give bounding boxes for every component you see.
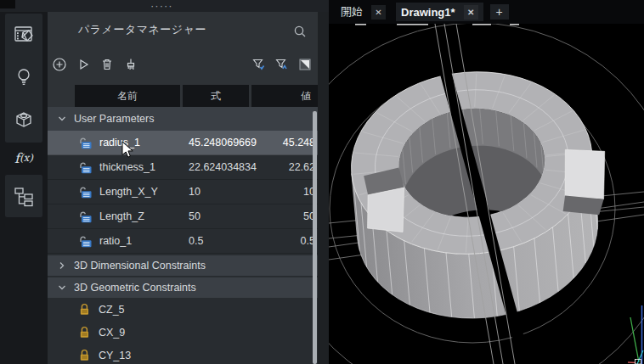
hierarchy-tree-icon[interactable]: [5, 175, 42, 217]
panel-edge: [318, 0, 329, 364]
panel-title: パラメータマネージャー: [78, 22, 206, 37]
cut-face-right: [561, 146, 608, 202]
clipped-edge-dash: [355, 24, 366, 25]
add-parameter-icon[interactable]: [52, 57, 67, 72]
parameter-manager-panel: パラメータマネージャー: [48, 0, 318, 364]
cut-face-left: [364, 188, 408, 235]
parameter-icon: [78, 161, 93, 174]
group-header-user-parameters[interactable]: User Parameters: [48, 107, 318, 131]
drawing-area: 開始 ✕ Drawing1* ✕ +: [329, 0, 644, 364]
lock-icon: [78, 303, 91, 316]
filter-values-icon[interactable]: [251, 57, 267, 72]
lightbulb-hint-icon[interactable]: [5, 56, 42, 98]
palette-group-tile: [5, 14, 42, 143]
table-row[interactable]: CY_13: [48, 344, 318, 364]
palette-sidebar: f(x): [0, 0, 48, 364]
parameter-icon: [78, 186, 93, 199]
group-header-3d-dimensional-constraints[interactable]: 3D Dimensional Constraints: [48, 255, 318, 276]
table-row[interactable]: CX_9: [48, 321, 318, 344]
close-icon[interactable]: ✕: [464, 5, 478, 20]
table-row[interactable]: ratio_1 0.5 0.5: [48, 229, 318, 254]
tab-開始[interactable]: 開始 ✕: [336, 3, 391, 21]
table-row[interactable]: radius_1 45.248069669 45.248: [48, 131, 318, 155]
parameter-table: User Parameters radius_1 45.248069669 45…: [48, 107, 318, 364]
lock-icon: [78, 326, 91, 339]
3d-viewport[interactable]: [329, 24, 644, 364]
delete-icon[interactable]: [99, 57, 115, 72]
block-3d-icon[interactable]: [5, 98, 42, 141]
palette-grip-dots[interactable]: ·····: [150, 0, 173, 12]
new-tab-button[interactable]: +: [490, 4, 509, 20]
clipped-edge-dash: [472, 24, 491, 25]
table-row[interactable]: Length_X_Y 10 10: [48, 180, 318, 204]
palette-group-tile-2: [5, 175, 42, 217]
table-header: 名前 式 値: [48, 85, 318, 107]
app-window: f(x) パラメータマネージャー: [0, 0, 644, 364]
chevron-down-icon[interactable]: [58, 115, 66, 123]
cleanup-brush-icon[interactable]: [123, 57, 138, 72]
file-tab-bar: 開始 ✕ Drawing1* ✕ +: [329, 0, 644, 24]
column-header-value[interactable]: 値: [251, 85, 318, 107]
invert-filter-icon[interactable]: [297, 57, 313, 72]
search-icon[interactable]: [292, 24, 308, 39]
chevron-right-icon[interactable]: [58, 261, 66, 270]
parameter-icon: [78, 137, 93, 149]
filter-expressions-icon[interactable]: [274, 57, 290, 72]
vertical-scrollbar[interactable]: [313, 111, 317, 364]
titlebar-strip: ·····: [0, 0, 329, 12]
play-evaluate-icon[interactable]: [76, 57, 91, 72]
table-row[interactable]: CZ_5: [48, 298, 318, 321]
clipped-edge-dash: [510, 24, 519, 25]
lock-icon: [78, 349, 91, 361]
group-header-3d-geometric-constraints[interactable]: 3D Geometric Constraints: [48, 277, 318, 298]
chevron-down-icon[interactable]: [58, 283, 66, 292]
table-row[interactable]: thickness_1 22.624034834 22.62: [48, 155, 318, 180]
fx-parameter-manager-icon[interactable]: f(x): [5, 144, 42, 171]
clipped-edge-dash: [397, 24, 428, 25]
tab-Drawing1[interactable]: Drawing1* ✕: [396, 3, 483, 21]
corner-square: [0, 0, 15, 8]
parameter-icon: [78, 235, 93, 248]
parameter-icon: [78, 210, 93, 223]
close-icon[interactable]: ✕: [371, 5, 386, 20]
panel-toolbar: [48, 49, 318, 80]
palette-properties-icon[interactable]: [5, 14, 42, 56]
table-row[interactable]: Length_Z 50 50: [48, 204, 318, 229]
column-header-expression[interactable]: 式: [183, 85, 249, 107]
column-header-name[interactable]: 名前: [75, 85, 180, 107]
